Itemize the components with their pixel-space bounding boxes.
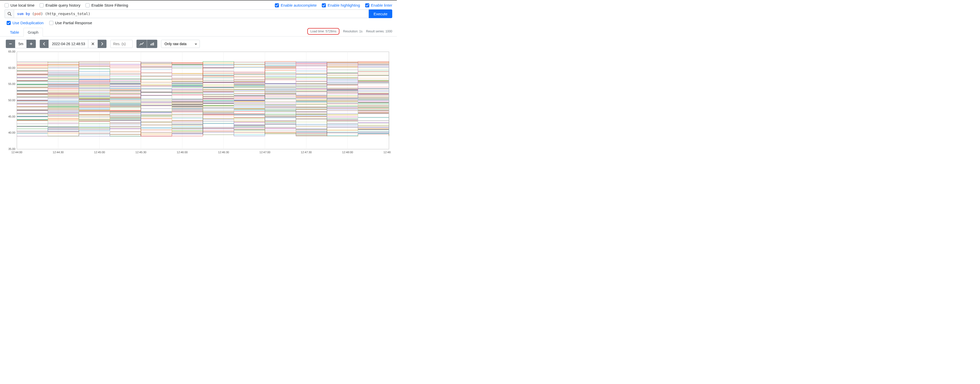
time-prev-button[interactable]: [40, 40, 49, 48]
enable-query-history-input[interactable]: [40, 3, 44, 7]
svg-text:12:45:30: 12:45:30: [135, 151, 146, 154]
enable-query-history-label: Enable query history: [45, 3, 80, 7]
svg-text:12:46:00: 12:46:00: [177, 151, 188, 154]
range-decrease-button[interactable]: [6, 40, 15, 48]
tabs-row: Table Graph Load time: 5728ms Resolution…: [0, 26, 397, 36]
line-chart-icon[interactable]: [137, 40, 147, 48]
enable-highlighting-input[interactable]: [322, 3, 326, 7]
resolution-label: Resolution: 1s: [343, 30, 363, 33]
svg-text:60.00: 60.00: [8, 66, 15, 69]
search-icon[interactable]: [5, 10, 14, 18]
stacked-chart-icon[interactable]: [147, 40, 157, 48]
sub-options-bar: Use Deduplication Use Partial Response: [0, 18, 397, 26]
range-value: 5m: [15, 40, 27, 48]
data-mode-select[interactable]: Only raw data: [161, 40, 200, 48]
enable-linter-label: Enable linter: [371, 3, 392, 7]
use-partial-response-label: Use Partial Response: [55, 21, 92, 25]
svg-rect-5: [151, 44, 151, 45]
svg-text:12:46:30: 12:46:30: [218, 151, 229, 154]
result-series-label: Result series: 1000: [366, 30, 392, 33]
range-stepper: 5m: [6, 40, 36, 48]
svg-rect-2: [9, 44, 12, 44]
enable-autocomplete-input[interactable]: [275, 3, 279, 7]
svg-text:12:48:30: 12:48:30: [383, 151, 391, 154]
chart-type-toggle: [136, 40, 158, 48]
graph-controls: 5m 2022-04-26 12:48:53 Only raw data: [0, 36, 397, 49]
time-stepper: 2022-04-26 12:48:53: [40, 40, 107, 48]
svg-line-1: [10, 14, 11, 16]
use-deduplication-input[interactable]: [6, 21, 11, 25]
enable-query-history-checkbox[interactable]: Enable query history: [40, 3, 80, 7]
query-meta: Load time: 5728ms Resolution: 1s Result …: [307, 28, 392, 36]
use-local-time-label: Use local time: [11, 3, 35, 7]
svg-text:12:44:00: 12:44:00: [11, 151, 22, 154]
enable-linter-input[interactable]: [365, 3, 369, 7]
svg-rect-4: [31, 43, 32, 45]
use-deduplication-label: Use Deduplication: [13, 21, 44, 25]
time-clear-button[interactable]: [88, 40, 98, 48]
range-increase-button[interactable]: [27, 40, 36, 48]
enable-autocomplete-label: Enable autocomplete: [281, 3, 317, 7]
chart-area: 35.0040.0045.0050.0055.0060.0065.0012:44…: [0, 49, 397, 157]
enable-store-filtering-label: Enable Store Filtering: [91, 3, 128, 7]
enable-autocomplete-checkbox[interactable]: Enable autocomplete: [275, 3, 317, 7]
tab-graph[interactable]: Graph: [24, 28, 43, 36]
use-local-time-input[interactable]: [5, 3, 9, 7]
svg-text:12:45:00: 12:45:00: [94, 151, 105, 154]
svg-text:12:47:30: 12:47:30: [301, 151, 312, 154]
query-row: sum by (pod) (http_requests_total) Execu…: [0, 10, 397, 18]
load-time-badge: Load time: 5728ms: [307, 28, 339, 35]
top-options-bar: Use local time Enable query history Enab…: [0, 0, 397, 10]
svg-text:45.00: 45.00: [8, 115, 15, 118]
enable-highlighting-checkbox[interactable]: Enable highlighting: [322, 3, 360, 7]
time-value[interactable]: 2022-04-26 12:48:53: [49, 40, 88, 48]
tab-table[interactable]: Table: [6, 28, 24, 36]
time-series-chart[interactable]: 35.0040.0045.0050.0055.0060.0065.0012:44…: [6, 50, 391, 155]
svg-text:55.00: 55.00: [8, 83, 15, 86]
svg-text:50.00: 50.00: [8, 99, 15, 102]
execute-button[interactable]: Execute: [369, 10, 392, 18]
query-input[interactable]: sum by (pod) (http_requests_total): [14, 10, 369, 18]
svg-text:12:44:30: 12:44:30: [53, 151, 64, 154]
svg-text:12:47:00: 12:47:00: [259, 151, 270, 154]
enable-highlighting-label: Enable highlighting: [328, 3, 360, 7]
svg-text:40.00: 40.00: [8, 131, 15, 134]
enable-linter-checkbox[interactable]: Enable linter: [365, 3, 392, 7]
svg-rect-6: [152, 43, 153, 45]
svg-text:35.00: 35.00: [8, 148, 15, 151]
time-next-button[interactable]: [98, 40, 107, 48]
use-partial-response-checkbox[interactable]: Use Partial Response: [49, 21, 92, 25]
svg-text:12:48:00: 12:48:00: [342, 151, 353, 154]
use-partial-response-input[interactable]: [49, 21, 53, 25]
use-local-time-checkbox[interactable]: Use local time: [5, 3, 35, 7]
use-deduplication-checkbox[interactable]: Use Deduplication: [6, 21, 44, 25]
enable-store-filtering-input[interactable]: [86, 3, 89, 7]
svg-text:65.00: 65.00: [8, 50, 15, 53]
resolution-input[interactable]: [110, 40, 133, 48]
svg-rect-7: [153, 43, 154, 45]
enable-store-filtering-checkbox[interactable]: Enable Store Filtering: [86, 3, 128, 7]
